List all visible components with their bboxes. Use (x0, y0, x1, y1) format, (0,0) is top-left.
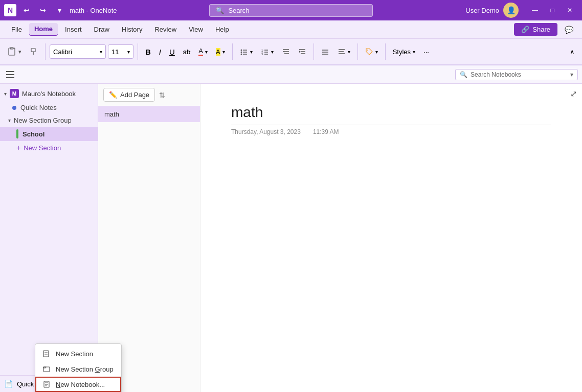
sidebar-item-section-group[interactable]: ▾ New Section Group (0, 114, 98, 127)
ribbon-separator-3 (232, 43, 233, 60)
bold-button[interactable]: B (142, 42, 154, 61)
maximize-button[interactable]: □ (544, 3, 561, 17)
font-selector[interactable]: Calibri ▾ (50, 44, 106, 59)
highlight-button[interactable]: A ▾ (213, 42, 228, 61)
close-button[interactable]: ✕ (562, 3, 578, 17)
note-date: Thursday, August 3, 2023 11:39 AM (231, 128, 551, 135)
ribbon-collapse-button[interactable]: ∧ (567, 42, 578, 61)
search-bar-center: 🔍 Search (121, 4, 462, 17)
title-bar-controls: ↩ ↪ ▾ (19, 3, 66, 17)
svg-marker-29 (366, 49, 372, 55)
undo-button[interactable]: ↩ (19, 3, 34, 17)
format-painter-button[interactable] (27, 42, 41, 61)
hamburger-menu[interactable] (4, 67, 18, 82)
share-button[interactable]: 🔗 Share (514, 23, 557, 36)
clipboard-icon (7, 47, 16, 56)
minimize-button[interactable]: — (527, 3, 543, 17)
svg-point-7 (240, 54, 242, 55)
new-section-plus-icon: + (16, 144, 20, 152)
quick-notes-dot (12, 106, 16, 110)
ctx-new-section[interactable]: New Section (35, 346, 121, 361)
menu-draw[interactable]: Draw (89, 24, 115, 35)
title-bar-left: N ↩ ↪ ▾ math - OneNote (4, 3, 117, 17)
note-date-text: Thursday, August 3, 2023 (231, 128, 301, 135)
notebook-icon: M (10, 89, 19, 98)
italic-button[interactable]: I (156, 42, 164, 61)
ribbon-separator-4 (314, 43, 314, 60)
increase-indent-button[interactable] (295, 42, 309, 61)
title-bar: N ↩ ↪ ▾ math - OneNote 🔍 Search User Dem… (0, 0, 582, 20)
redo-button[interactable]: ↪ (36, 3, 50, 17)
numbered-list-button[interactable]: 1.2.3. ▾ (258, 42, 277, 61)
menu-history[interactable]: History (117, 24, 147, 35)
page-item-math[interactable]: math (98, 106, 200, 122)
ctx-new-section-icon (42, 350, 51, 358)
styles-button[interactable]: Styles ▾ (390, 42, 418, 61)
quick-access-button[interactable]: ▾ (52, 3, 66, 17)
menu-review[interactable]: Review (149, 24, 182, 35)
search-placeholder: Search (228, 7, 249, 14)
svg-point-30 (367, 50, 368, 51)
sidebar-item-school[interactable]: School (0, 127, 98, 141)
add-page-button[interactable]: ✏️ Add Page (103, 88, 155, 102)
svg-text:3.: 3. (261, 53, 264, 56)
decrease-indent-button[interactable] (279, 42, 293, 61)
bullets-icon (240, 48, 248, 56)
search-notebooks[interactable]: 🔍 Search Notebooks ▾ (455, 69, 578, 80)
strikethrough-button[interactable]: ab (180, 42, 193, 61)
window-controls: — □ ✕ (527, 3, 578, 17)
svg-marker-22 (299, 51, 301, 53)
main-layout: ▾ M Mauro's Notebook Quick Notes ▾ New S… (0, 84, 582, 392)
user-avatar[interactable]: 👤 (503, 3, 519, 18)
svg-point-5 (240, 52, 242, 53)
menu-help[interactable]: Help (210, 24, 234, 35)
section-group-label: New Section Group (14, 117, 72, 124)
sidebar-item-quick-notes[interactable]: Quick Notes (0, 101, 98, 114)
menu-view[interactable]: View (184, 24, 208, 35)
search-box[interactable]: 🔍 Search (209, 4, 373, 17)
ribbon: ▾ Calibri ▾ 11 ▾ B I U ab A ▾ A ▾ ▾ 1.2.… (0, 39, 582, 65)
onenote-logo: N (4, 4, 16, 16)
sidebar-item-new-section[interactable]: + New Section (0, 141, 98, 154)
size-selector[interactable]: 11 ▾ (108, 44, 133, 59)
sort-icon[interactable]: ⇅ (159, 91, 165, 99)
more-button[interactable]: ··· (420, 42, 432, 61)
font-color-button[interactable]: A ▾ (195, 42, 211, 61)
search-icon: 🔍 (216, 7, 224, 14)
ribbon-separator-2 (138, 43, 138, 60)
quick-notes-label: Quick Notes (20, 104, 57, 111)
ctx-new-notebook-label: New Notebook... (56, 381, 105, 388)
underline-button[interactable]: U (166, 42, 178, 61)
search-notebooks-placeholder: Search Notebooks (471, 71, 521, 78)
window-title: math - OneNote (70, 7, 117, 14)
notebook-header[interactable]: ▾ M Mauro's Notebook (0, 86, 98, 101)
notebook-chevron-icon: ▾ (4, 91, 7, 97)
note-area[interactable]: ⤢ math Thursday, August 3, 2023 11:39 AM (200, 84, 582, 392)
numbered-list-icon: 1.2.3. (261, 48, 269, 56)
ctx-new-section-group-label: New Section Group (56, 365, 114, 373)
ctx-new-section-group[interactable]: New Section Group (35, 361, 121, 377)
menu-insert[interactable]: Insert (60, 24, 87, 35)
svg-marker-18 (283, 51, 284, 53)
section-group-chevron: ▾ (8, 118, 11, 123)
tags-button[interactable]: ▾ (362, 42, 381, 61)
feedback-button[interactable]: 💬 (562, 22, 576, 37)
context-menu: New Section New Section Group New Notebo… (35, 343, 122, 392)
bullets-button[interactable]: ▾ (237, 42, 256, 61)
styles-label: Styles (393, 48, 411, 56)
search-notebooks-icon: 🔍 (460, 71, 467, 78)
clipboard-button[interactable]: ▾ (4, 42, 25, 61)
ctx-new-notebook[interactable]: New Notebook... (35, 377, 121, 392)
align-button[interactable]: ▾ (334, 42, 353, 61)
sidebar-content: ▾ M Mauro's Notebook Quick Notes ▾ New S… (0, 84, 98, 375)
new-section-label: New Section (24, 144, 61, 152)
menu-home[interactable]: Home (29, 23, 58, 36)
rtl-button[interactable] (318, 42, 332, 61)
share-icon: 🔗 (521, 26, 529, 33)
menu-file[interactable]: File (6, 24, 27, 35)
ctx-new-section-group-icon (42, 365, 51, 373)
expand-button[interactable]: ⤢ (570, 89, 577, 99)
svg-point-3 (240, 50, 242, 51)
search-notebooks-dropdown-icon[interactable]: ▾ (570, 71, 573, 78)
note-divider (231, 125, 551, 125)
